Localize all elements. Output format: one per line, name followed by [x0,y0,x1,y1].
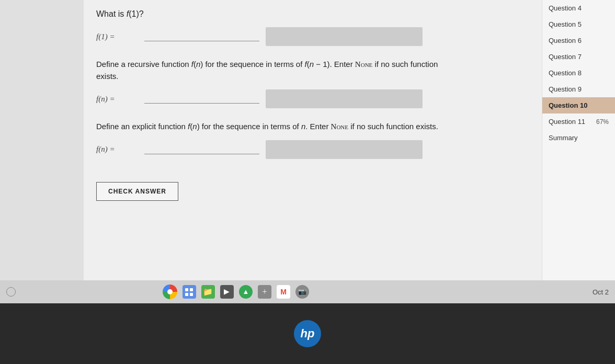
sidebar-item-q8[interactable]: Question 8 [542,65,615,81]
maps-icon[interactable]: ▲ [239,285,253,299]
question-f1-block: What is f(1)? f(1) = [96,9,529,46]
chrome-icon[interactable] [163,285,177,299]
media-icon[interactable]: ▶ [220,285,234,299]
gmail-icon[interactable]: M [277,285,290,299]
plus-icon[interactable]: + [258,285,271,299]
sidebar-item-q7[interactable]: Question 7 [542,49,615,65]
question-explicit-label: f(n) = [96,145,138,154]
apps-dot1 [185,288,188,291]
sidebar-item-q9[interactable]: Question 9 [542,81,615,97]
apps-icon[interactable] [183,285,196,299]
sidebar-item-summary-label: Summary [549,134,578,142]
question-explicit-block: Define an explicit function f(n) for the… [96,121,529,159]
sidebar-item-q9-label: Question 9 [549,85,582,93]
taskbar: 📁 ▶ ▲ + M 📷 Oct 2 [0,280,615,303]
question-explicit-input-row: f(n) = [96,140,529,159]
question-explicit-input[interactable] [144,145,259,154]
question-f1-label: f(1) = [96,32,138,41]
sidebar-item-q6[interactable]: Question 6 [542,32,615,49]
sidebar-item-q11[interactable]: Question 11 67% [542,113,615,130]
sidebar-item-q10[interactable]: Question 10 [542,97,615,113]
taskbar-icons-group: 📁 ▶ ▲ + M 📷 [163,285,309,299]
sidebar-item-q4-label: Question 4 [549,4,582,12]
hp-logo-area: hp [0,303,615,364]
question-explicit-answer-box [266,140,423,159]
sidebar-item-q11-label: Question 11 [549,118,585,126]
left-gutter [0,0,84,303]
sidebar-item-q6-label: Question 6 [549,37,582,44]
question-recursive-input[interactable] [144,94,259,104]
sidebar-item-q11-badge: 67% [596,118,609,126]
question-recursive-answer-box [266,89,423,108]
sidebar-item-q10-label: Question 10 [549,101,587,109]
question-f1-input-row: f(1) = [96,27,529,46]
chrome-inner-circle [167,289,173,294]
sidebar-item-summary[interactable]: Summary [542,130,615,146]
sidebar-item-q4[interactable]: Question 4 [542,0,615,16]
sidebar-item-q5[interactable]: Question 5 [542,16,615,32]
main-content-area: What is f(1)? f(1) = Define a recursive … [84,0,542,303]
sidebar-item-q7-label: Question 7 [549,53,582,61]
files-icon[interactable]: 📁 [201,285,215,299]
sidebar-item-q8-label: Question 8 [549,69,582,77]
question-recursive-prompt: Define a recursive function f(n) for the… [96,59,452,82]
hp-logo-text: hp [301,327,315,340]
taskbar-circle-button[interactable] [6,287,16,297]
right-sidebar: Question 4 Question 5 Question 6 Questio… [542,0,615,303]
apps-dot2 [190,288,193,291]
check-answer-button[interactable]: CHECK ANSWER [96,182,178,201]
question-recursive-block: Define a recursive function f(n) for the… [96,59,529,108]
question-f1-input[interactable] [144,32,259,41]
camera-icon[interactable]: 📷 [295,285,309,299]
question-recursive-label: f(n) = [96,95,138,104]
hp-logo: hp [294,320,321,347]
apps-dot4 [190,293,193,296]
question-recursive-input-row: f(n) = [96,89,529,108]
question-explicit-prompt: Define an explicit function f(n) for the… [96,121,452,133]
question-f1-answer-box [266,27,423,46]
taskbar-date: Oct 2 [593,288,609,296]
question-f1-prompt: What is f(1)? [96,9,529,19]
sidebar-item-q5-label: Question 5 [549,20,582,28]
apps-dot3 [185,293,188,296]
